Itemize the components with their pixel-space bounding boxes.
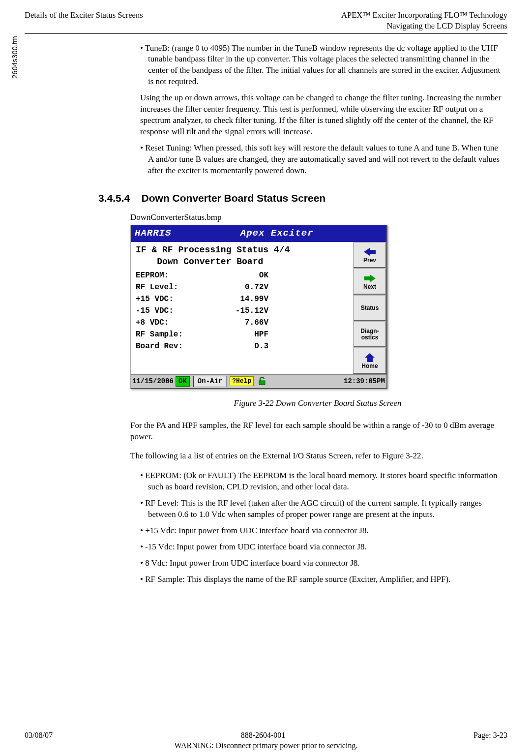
figure-caption: Figure 3-22 Down Converter Board Status …: [130, 398, 505, 409]
lcd-row: RF Sample:HPF: [136, 329, 350, 340]
row-label: +8 VDC:: [136, 317, 209, 329]
svg-marker-0: [364, 248, 376, 256]
btn-label: Home: [361, 363, 378, 369]
bullet-list-tuneb: TuneB: (range 0 to 4095) The number in t…: [130, 43, 505, 88]
status-onair: On-Air: [193, 376, 227, 387]
row-value: OK: [209, 270, 268, 281]
lcd-row: +15 VDC:14.99V: [136, 293, 350, 305]
btn-label: Diagn- ostics: [360, 328, 379, 340]
row-label: -15 VDC:: [136, 305, 209, 317]
row-label: +15 VDC:: [136, 293, 209, 305]
lcd-body: IF & RF Processing Status 4/4 Down Conve…: [131, 242, 386, 374]
lcd-rows: EEPROM:OK RF Level:0.72V +15 VDC:14.99V …: [136, 270, 350, 352]
section-title: Down Converter Board Status Screen: [142, 192, 326, 204]
header-right-bottom: Navigating the LCD Display Screens: [341, 21, 507, 31]
lcd-main-panel: IF & RF Processing Status 4/4 Down Conve…: [131, 242, 353, 374]
status-date: 11/15/2006: [132, 377, 174, 386]
home-button[interactable]: Home: [353, 347, 386, 374]
svg-marker-1: [364, 274, 376, 282]
paragraph: For the PA and HPF samples, the RF level…: [130, 420, 505, 443]
bullet-item: +15 Vdc: Input power from UDC interface …: [140, 525, 505, 537]
row-value: D.3: [209, 340, 268, 352]
btn-label: Prev: [363, 257, 376, 264]
btn-label: Next: [363, 284, 376, 290]
next-button[interactable]: Next: [353, 268, 386, 295]
sub-paragraph: Using the up or down arrows, this voltag…: [140, 92, 505, 138]
row-label: EEPROM:: [136, 270, 209, 281]
row-value: HPF: [209, 329, 268, 340]
bullet-item: RF Sample: This displays the name of the…: [140, 574, 505, 585]
btn-label: Status: [361, 305, 379, 311]
home-icon: [364, 353, 376, 363]
prev-button[interactable]: Prev: [353, 242, 386, 269]
bullet-item: -15 Vdc: Input power from UDC interface …: [140, 542, 505, 553]
lcd-row: Board Rev:D.3: [136, 340, 350, 352]
status-button[interactable]: Status: [353, 295, 386, 321]
bullet-item: 8 Vdc: Input power from UDC interface bo…: [140, 558, 505, 569]
lcd-status-bar: 11/15/2006 OK On-Air ?Help 12:39:05PM: [131, 374, 386, 388]
bullet-item: EEPROM: (Ok or FAULT) The EEPROM is the …: [140, 470, 505, 493]
lcd-row: -15 VDC:-15.12V: [136, 305, 350, 317]
help-button[interactable]: ?Help: [230, 376, 254, 386]
status-time: 12:39:05PM: [344, 377, 385, 386]
header-left: Details of the Exciter Status Screens: [25, 10, 143, 32]
bullet-item: TuneB: (range 0 to 4095) The number in t…: [140, 43, 505, 88]
svg-rect-3: [259, 381, 265, 385]
bullet-list-reset: Reset Tuning: When pressed, this soft ke…: [130, 143, 505, 177]
arrow-left-icon: [363, 247, 377, 257]
lock-icon: [257, 377, 266, 385]
header-right: APEX™ Exciter Incorporating FLO™ Technol…: [341, 10, 507, 32]
lcd-side-buttons: Prev Next Status Diagn- ostics Home: [353, 242, 386, 374]
row-value: -15.12V: [209, 305, 268, 317]
lcd-titlebar: HARRIS Apex Exciter: [131, 225, 386, 242]
svg-marker-2: [365, 353, 375, 362]
page-header: Details of the Exciter Status Screens AP…: [25, 10, 507, 34]
brand-logo: HARRIS: [135, 227, 171, 240]
bmp-filename: DownConverterStatus.bmp: [130, 212, 505, 223]
arrow-right-icon: [363, 273, 377, 283]
content-area: TuneB: (range 0 to 4095) The number in t…: [130, 43, 505, 585]
bullet-item: Reset Tuning: When pressed, this soft ke…: [140, 143, 505, 177]
diagnostics-button[interactable]: Diagn- ostics: [353, 321, 386, 348]
bullet-list-entries: EEPROM: (Ok or FAULT) The EEPROM is the …: [130, 470, 505, 585]
paragraph: The following ia a list of entries on th…: [130, 451, 505, 462]
row-value: 0.72V: [209, 281, 268, 293]
header-right-top: APEX™ Exciter Incorporating FLO™ Technol…: [341, 10, 507, 21]
bullet-item: RF Level: This is the RF level (taken af…: [140, 498, 505, 520]
lcd-screenshot: HARRIS Apex Exciter IF & RF Processing S…: [130, 225, 387, 389]
row-label: RF Sample:: [136, 329, 209, 340]
lcd-row: EEPROM:OK: [136, 270, 350, 281]
lcd-heading: IF & RF Processing Status 4/4 Down Conve…: [136, 244, 350, 268]
section-heading: 3.4.5.4 Down Converter Board Status Scre…: [98, 191, 505, 205]
app-title: Apex Exciter: [171, 227, 383, 240]
row-label: RF Level:: [136, 281, 209, 293]
row-label: Board Rev:: [136, 340, 209, 352]
lcd-row: +8 VDC:7.66V: [136, 317, 350, 329]
status-ok-badge: OK: [176, 376, 190, 387]
lcd-row: RF Level:0.72V: [136, 281, 350, 293]
section-number: 3.4.5.4: [98, 192, 130, 204]
side-filename: 2604s300.fm: [10, 36, 20, 79]
row-value: 7.66V: [209, 317, 268, 329]
row-value: 14.99V: [209, 293, 268, 305]
